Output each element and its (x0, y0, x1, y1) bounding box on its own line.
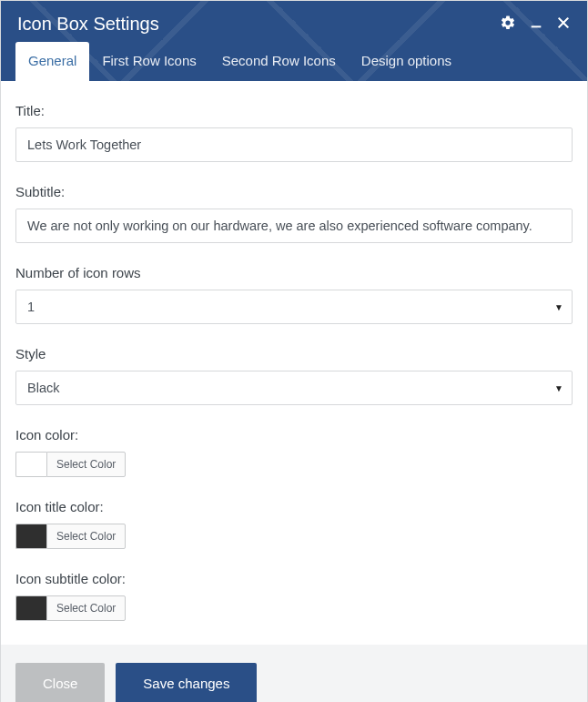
rows-label: Number of icon rows (15, 265, 573, 280)
field-subtitle: Subtitle: (15, 184, 573, 243)
field-icon-color: Icon color: Select Color (15, 427, 573, 477)
icon-color-swatch[interactable] (15, 452, 46, 477)
window-controls (500, 15, 571, 35)
icon-title-color-row: Select Color (15, 524, 573, 549)
tab-first-row-icons[interactable]: First Row Icons (89, 42, 208, 81)
field-style: Style Black ▼ (15, 346, 573, 405)
rows-select-wrap: 1 ▼ (15, 290, 573, 324)
tab-design-options[interactable]: Design options (349, 42, 464, 81)
icon-title-color-select-button[interactable]: Select Color (46, 524, 126, 549)
icon-subtitle-color-select-button[interactable]: Select Color (46, 595, 126, 621)
modal-title: Icon Box Settings (17, 14, 159, 35)
modal-body: Title: Subtitle: Number of icon rows 1 ▼… (1, 81, 587, 645)
icon-title-color-label: Icon title color: (15, 499, 573, 514)
icon-title-color-swatch[interactable] (15, 524, 46, 549)
header-top: Icon Box Settings (1, 1, 587, 42)
style-label: Style (15, 346, 573, 361)
icon-color-select-button[interactable]: Select Color (46, 452, 126, 477)
field-rows: Number of icon rows 1 ▼ (15, 265, 573, 324)
settings-icon[interactable] (500, 15, 516, 35)
tab-second-row-icons[interactable]: Second Row Icons (209, 42, 349, 81)
modal-header: Icon Box Settings General First Row Icon… (1, 1, 587, 81)
tab-bar: General First Row Icons Second Row Icons… (1, 42, 587, 81)
close-button[interactable]: Close (15, 663, 105, 702)
svg-rect-0 (532, 25, 542, 27)
minimize-icon[interactable] (529, 15, 543, 34)
rows-select[interactable]: 1 (15, 290, 573, 324)
modal-footer: Close Save changes (1, 645, 587, 702)
title-input[interactable] (15, 127, 573, 162)
field-icon-title-color: Icon title color: Select Color (15, 499, 573, 549)
subtitle-input[interactable] (15, 209, 573, 243)
icon-color-label: Icon color: (15, 427, 573, 443)
style-select[interactable]: Black (15, 371, 573, 405)
field-title: Title: (15, 103, 573, 162)
close-icon[interactable] (556, 15, 571, 34)
save-changes-button[interactable]: Save changes (116, 663, 257, 702)
style-select-wrap: Black ▼ (15, 371, 573, 405)
subtitle-label: Subtitle: (15, 184, 573, 199)
tab-general[interactable]: General (15, 42, 89, 81)
icon-subtitle-color-row: Select Color (15, 595, 573, 621)
title-label: Title: (15, 103, 573, 118)
icon-subtitle-color-label: Icon subtitle color: (15, 571, 573, 586)
icon-color-row: Select Color (15, 452, 573, 477)
icon-box-settings-modal: Icon Box Settings General First Row Icon… (0, 0, 588, 702)
field-icon-subtitle-color: Icon subtitle color: Select Color (15, 571, 573, 621)
icon-subtitle-color-swatch[interactable] (15, 595, 46, 621)
